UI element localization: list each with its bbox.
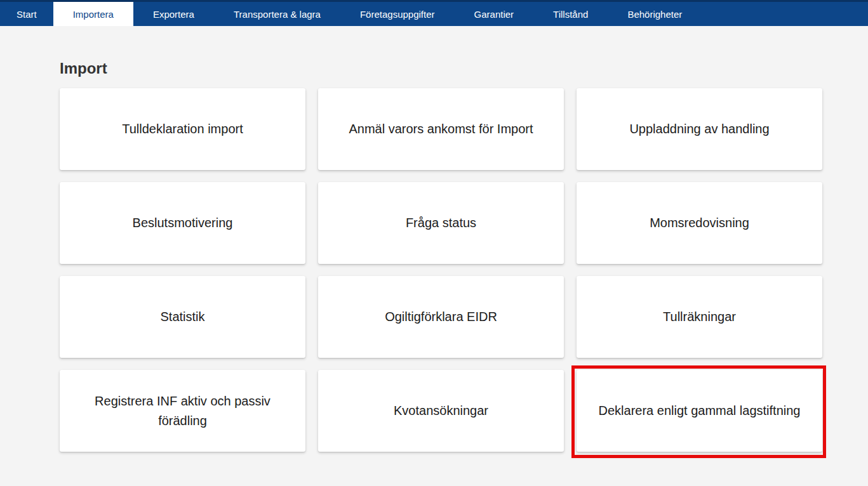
card-wrap: Anmäl varors ankomst för Import (318, 88, 564, 170)
top-navigation: Start Importera Exportera Transportera &… (0, 0, 868, 26)
card-ogiltigforklara-eidr[interactable]: Ogiltigförklara EIDR (318, 276, 564, 358)
nav-tab-garantier[interactable]: Garantier (455, 2, 534, 26)
card-anmal-varors-ankomst-import[interactable]: Anmäl varors ankomst för Import (318, 88, 564, 170)
card-beslutsmotivering[interactable]: Beslutsmotivering (60, 182, 305, 264)
card-wrap-highlighted: Deklarera enligt gammal lagstiftning (577, 370, 822, 452)
nav-tab-importera[interactable]: Importera (53, 2, 133, 26)
card-wrap: Beslutsmotivering (60, 182, 305, 264)
nav-tab-behorigheter[interactable]: Behörigheter (608, 2, 702, 26)
card-wrap: Fråga status (318, 182, 564, 264)
card-fraga-status[interactable]: Fråga status (318, 182, 564, 264)
card-deklarera-enligt-gammal-lagstiftning[interactable]: Deklarera enligt gammal lagstiftning (577, 370, 822, 452)
card-grid: Tulldeklaration import Anmäl varors anko… (60, 88, 822, 452)
card-wrap: Registrera INF aktiv och passiv förädlin… (60, 370, 305, 452)
nav-tab-start[interactable]: Start (0, 2, 53, 26)
nav-tab-tillstand[interactable]: Tillstånd (533, 2, 608, 26)
nav-tab-exportera[interactable]: Exportera (133, 2, 214, 26)
card-wrap: Ogiltigförklara EIDR (318, 276, 564, 358)
card-statistik[interactable]: Statistik (60, 276, 305, 358)
card-kvotansokningar[interactable]: Kvotansökningar (318, 370, 564, 452)
card-wrap: Uppladdning av handling (577, 88, 822, 170)
card-registrera-inf-aktiv-passiv-foradling[interactable]: Registrera INF aktiv och passiv förädlin… (60, 370, 305, 452)
card-wrap: Kvotansökningar (318, 370, 564, 452)
card-wrap: Momsredovisning (577, 182, 822, 264)
card-tullrakningar[interactable]: Tullräkningar (577, 276, 822, 358)
card-uppladdning-av-handling[interactable]: Uppladdning av handling (577, 88, 822, 170)
card-wrap: Tulldeklaration import (60, 88, 305, 170)
card-momsredovisning[interactable]: Momsredovisning (577, 182, 822, 264)
card-tulldeklaration-import[interactable]: Tulldeklaration import (60, 88, 305, 170)
main-content: Import Tulldeklaration import Anmäl varo… (0, 60, 868, 452)
nav-tab-foretagsuppgifter[interactable]: Företagsuppgifter (340, 2, 455, 26)
card-wrap: Statistik (60, 276, 305, 358)
nav-tab-transportera-lagra[interactable]: Transportera & lagra (214, 2, 340, 26)
page-title: Import (60, 60, 822, 77)
card-wrap: Tullräkningar (577, 276, 822, 358)
